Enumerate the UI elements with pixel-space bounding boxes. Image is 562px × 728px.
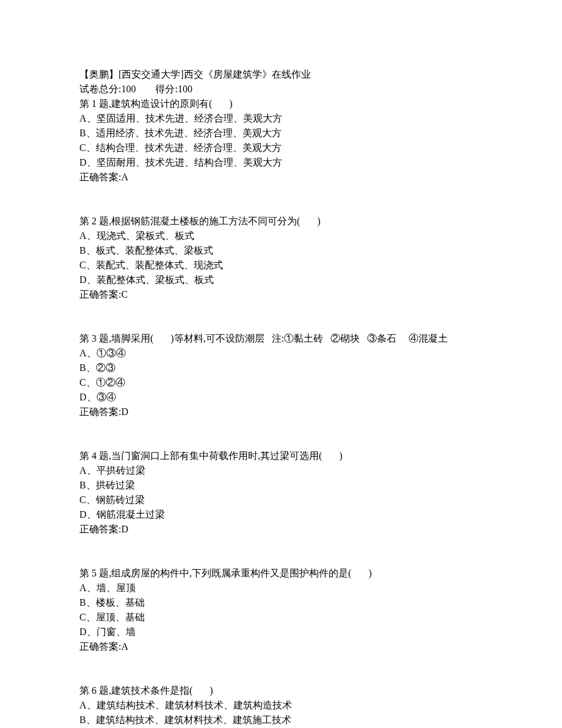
option-b: B、②③ [79,361,483,375]
spacer [79,419,483,449]
option-a: A、平拱砖过梁 [79,463,483,478]
spacer [79,654,483,683]
question-block: 第 2 题,根据钢筋混凝土楼板的施工方法不同可分为( ) A、现浇式、梁板式、板… [79,214,483,302]
question-prompt: 第 6 题,建筑技术条件是指( ) [79,683,483,698]
option-d: D、钢筋混凝土过梁 [79,507,483,522]
option-c: C、屋顶、基础 [79,610,483,625]
question-prompt: 第 1 题,建筑构造设计的原则有( ) [79,97,483,111]
option-b: B、建筑结构技术、建筑材料技术、建筑施工技术 [79,713,483,727]
correct-answer: 正确答案:D [79,522,483,537]
option-d: D、坚固耐用、技术先进、结构合理、美观大方 [79,155,483,170]
option-b: B、楼板、基础 [79,595,483,610]
option-b: B、适用经济、技术先进、经济合理、美观大方 [79,126,483,141]
option-d: D、③④ [79,390,483,405]
document-title: 【奥鹏】[西安交通大学]西交《房屋建筑学》在线作业 [79,67,483,82]
question-prompt: 第 4 题,当门窗洞口上部有集中荷载作用时,其过梁可选用( ) [79,449,483,463]
question-block: 第 3 题,墙脚采用( )等材料,可不设防潮层 注:①黏土砖 ②砌块 ③条石 ④… [79,331,483,419]
correct-answer: 正确答案:D [79,405,483,419]
question-block: 第 6 题,建筑技术条件是指( ) A、建筑结构技术、建筑材料技术、建筑构造技术… [79,683,483,728]
score-line: 试卷总分:100 得分:100 [79,82,483,97]
spacer [79,302,483,331]
option-a: A、现浇式、梁板式、板式 [79,229,483,243]
question-prompt: 第 5 题,组成房屋的构件中,下列既属承重构件又是围护构件的是( ) [79,566,483,581]
option-d: D、门窗、墙 [79,625,483,639]
question-block: 第 4 题,当门窗洞口上部有集中荷载作用时,其过梁可选用( ) A、平拱砖过梁 … [79,449,483,537]
option-d: D、装配整体式、梁板式、板式 [79,273,483,287]
option-b: B、板式、装配整体式、梁板式 [79,243,483,258]
option-a: A、坚固适用、技术先进、经济合理、美观大方 [79,111,483,126]
question-block: 第 5 题,组成房屋的构件中,下列既属承重构件又是围护构件的是( ) A、墙、屋… [79,566,483,654]
spacer [79,185,483,214]
correct-answer: 正确答案:A [79,639,483,654]
correct-answer: 正确答案:A [79,170,483,185]
option-c: C、结构合理、技术先进、经济合理、美观大方 [79,141,483,155]
option-c: C、装配式、装配整体式、现浇式 [79,258,483,273]
question-prompt: 第 3 题,墙脚采用( )等材料,可不设防潮层 注:①黏土砖 ②砌块 ③条石 ④… [79,331,483,346]
option-a: A、建筑结构技术、建筑材料技术、建筑构造技术 [79,698,483,713]
option-a: A、①③④ [79,346,483,361]
option-c: C、钢筋砖过梁 [79,493,483,507]
option-a: A、墙、屋顶 [79,581,483,595]
option-b: B、拱砖过梁 [79,478,483,493]
option-c: C、①②④ [79,375,483,390]
spacer [79,537,483,566]
question-prompt: 第 2 题,根据钢筋混凝土楼板的施工方法不同可分为( ) [79,214,483,229]
question-block: 第 1 题,建筑构造设计的原则有( ) A、坚固适用、技术先进、经济合理、美观大… [79,97,483,185]
correct-answer: 正确答案:C [79,287,483,302]
